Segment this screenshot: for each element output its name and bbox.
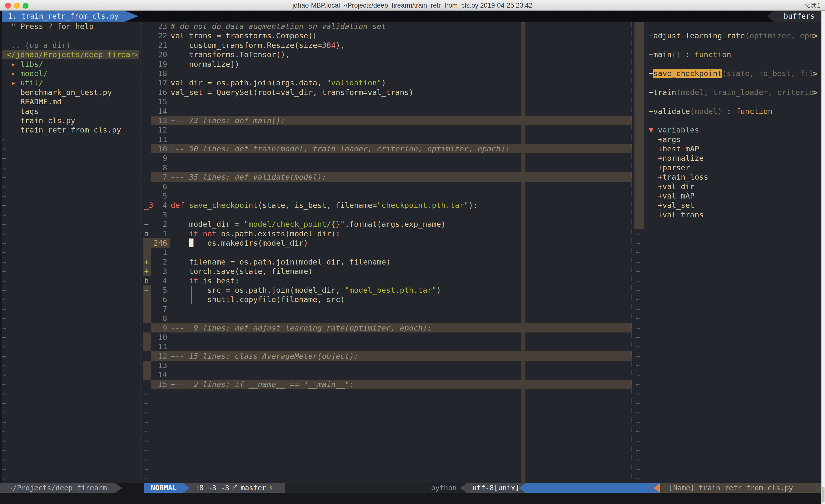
tag-item[interactable]: +best_mAP (633, 144, 821, 153)
code-line[interactable]: 11 (141, 342, 632, 351)
folded-line[interactable]: 7+-- 35 lines: def validate(model): (141, 172, 632, 182)
nerdtree-item[interactable]: README.md (2, 97, 139, 106)
line-number: 15 (151, 380, 167, 389)
code-line[interactable]: 3 (141, 210, 632, 219)
git-branch-icon (232, 485, 238, 491)
code-line[interactable]: 14 (141, 370, 632, 380)
sign-column-cell: ~ (143, 455, 151, 464)
folded-line[interactable]: 9+-- 9 lines: def adjust_learning_rate(o… (141, 323, 632, 332)
code-line[interactable]: 6 (141, 182, 632, 191)
tag-item[interactable]: +val_mAP (633, 191, 821, 200)
empty-line: ~ (2, 266, 139, 276)
folded-line[interactable]: 15+-- 2 lines: if __name__ == "__main__"… (141, 380, 632, 389)
nerdtree-item[interactable] (2, 31, 139, 40)
editor-pane[interactable]: 23# do not do data augmentation on valid… (141, 22, 632, 483)
code-line[interactable]: 8 (141, 314, 632, 323)
sign-column-cell (143, 106, 151, 116)
vertical-split-separator-right[interactable] (631, 22, 632, 483)
empty-line: ~ (2, 427, 139, 436)
empty-line: ~ (633, 370, 821, 380)
code-line[interactable]: 246 os.makedirs(model_dir) (141, 238, 632, 248)
code-line[interactable]: 23# do not do data augmentation on valid… (141, 22, 632, 31)
command-line[interactable] (0, 493, 825, 504)
nerdtree-root-item[interactable]: </jdhao/Projects/deep_firear> (2, 50, 139, 59)
code-line[interactable]: 12 (141, 125, 632, 135)
code-line[interactable]: ~2 model_dir = "model/check_point/{}".fo… (141, 219, 632, 229)
code-line[interactable]: 6 │ shutil.copyfile(filename, src) (141, 295, 632, 304)
code-line[interactable]: 1 (141, 248, 632, 257)
scrollbar-thumb[interactable] (822, 487, 825, 503)
empty-line: ~ (633, 464, 821, 474)
nerdtree-item[interactable]: benchmark_on_test.py (2, 88, 139, 97)
sign-column-cell: ~ (143, 445, 151, 455)
tag-item[interactable]: +parser (633, 163, 821, 172)
code-line[interactable]: ~5 │ src = os.path.join(model_dir, "mode… (141, 285, 632, 295)
nerdtree-item[interactable]: .. (up a dir) (2, 40, 139, 50)
folded-line[interactable]: 13+-- 73 lines: def main(): (141, 116, 632, 125)
line-number: 8 (151, 163, 167, 172)
code-line[interactable]: 9 (141, 153, 632, 163)
tag-item[interactable]: +val_dir (633, 182, 821, 191)
tag-item[interactable]: +val_trans (633, 210, 821, 219)
statusline-filename: train_retr_from_cls.py python (285, 483, 466, 493)
tag-item[interactable]: +normalize (633, 153, 821, 163)
code-line[interactable]: 10 (141, 332, 632, 342)
sign-column-cell (143, 125, 151, 135)
tag-item[interactable]: +train(model, train_loader, criterio> (633, 88, 821, 97)
code-line[interactable]: 8 (141, 163, 632, 172)
code-line[interactable]: b4 if is_best: (141, 276, 632, 285)
nerdtree-item[interactable]: train_retr_from_cls.py (2, 125, 139, 135)
code-line[interactable]: 19 normalize]) (141, 59, 632, 69)
sign-column-cell: ~ (143, 464, 151, 474)
tag-item[interactable]: ▼ variables (633, 125, 821, 135)
code-line[interactable]: +2 filename = os.path.join(model_dir, fi… (141, 257, 632, 266)
nerdtree-item[interactable]: tags (2, 106, 139, 116)
code-line[interactable]: 5 (141, 191, 632, 200)
sign-column-cell (143, 172, 151, 182)
buffers-label[interactable]: buffers (767, 11, 821, 22)
tag-item[interactable]: +adjust_learning_rate(optimizer, epo> (633, 31, 821, 40)
sign-column-cell (143, 342, 151, 351)
nerdtree-item[interactable]: ▸ model/ (2, 69, 139, 78)
folded-line[interactable]: 10+-- 50 lines: def train(model, train_l… (141, 144, 632, 153)
tag-item[interactable]: +args (633, 135, 821, 144)
tab-active[interactable]: 1. train_retr_from_cls.py (2, 11, 139, 22)
tagbar-pane[interactable]: +adjust_learning_rate(optimizer, epo>+ma… (633, 22, 821, 483)
vim-content: " Press ? for help .. (up a dir) </jdhao… (0, 22, 825, 483)
sign-column-cell (143, 238, 151, 248)
code-line[interactable]: 13 (141, 361, 632, 370)
nerdtree-item[interactable]: ▸ libs/ (2, 59, 139, 69)
tag-item[interactable]: +main() : function (633, 50, 821, 59)
code-line[interactable]: +3 torch.save(state, filename) (141, 266, 632, 276)
tag-item[interactable]: +validate(model) : function (633, 106, 821, 116)
code-line[interactable]: 14 (141, 106, 632, 116)
titlebar: jdhao-MBP.local ~/Projects/deep_firearm/… (0, 0, 825, 11)
code-line[interactable]: 20 transforms.ToTensor(), (141, 50, 632, 59)
code-line[interactable]: 16val_set = QuerySet(root=val_dir, trans… (141, 88, 632, 97)
code-line[interactable]: 21 custom_transform.Resize(size=384), (141, 40, 632, 50)
scrollbar-track[interactable] (821, 11, 825, 504)
tag-item[interactable]: +val_set (633, 200, 821, 210)
code-line[interactable]: 15 (141, 97, 632, 106)
sign-column-cell (143, 380, 151, 389)
code-line[interactable]: a1 if not os.path.exists(model_dir): (141, 229, 632, 238)
empty-line: ~ (2, 370, 139, 380)
empty-line: ~ (2, 172, 139, 182)
folded-line[interactable]: 12+-- 15 lines: class AverageMeter(objec… (141, 351, 632, 361)
code-line[interactable]: 22val_trans = transforms.Compose([ (141, 31, 632, 40)
code-line[interactable]: 17val_dir = os.path.join(args.data, "val… (141, 78, 632, 87)
nerdtree-item[interactable]: train_cls.py (2, 116, 139, 125)
empty-line: ~ (2, 351, 139, 361)
tag-item[interactable]: +save_checkpoint(state, is_best, fil> (633, 69, 821, 78)
nerdtree-item[interactable]: ▸ util/ (2, 78, 139, 87)
code-line[interactable]: 7 (141, 304, 632, 314)
line-number: 1 (151, 229, 167, 238)
nerdtree-item[interactable]: " Press ? for help (2, 22, 139, 31)
tag-item[interactable]: +train_loss (633, 172, 821, 182)
nerdtree-pane[interactable]: " Press ? for help .. (up a dir) </jdhao… (2, 22, 139, 483)
code-line[interactable]: 11 (141, 135, 632, 144)
blank-line (633, 97, 821, 106)
code-line[interactable]: _34def save_checkpoint(state, is_best, f… (141, 200, 632, 210)
vertical-split-separator-left[interactable] (140, 22, 140, 483)
code-line[interactable]: 18 (141, 69, 632, 78)
